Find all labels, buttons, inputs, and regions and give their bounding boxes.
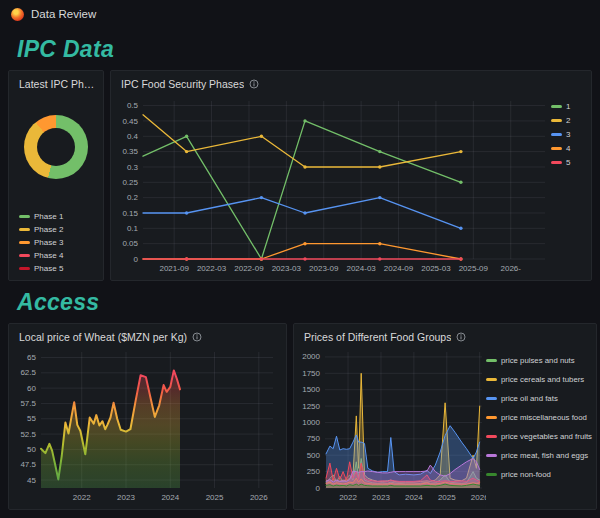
donut-hole	[37, 128, 75, 166]
legend-swatch	[551, 133, 562, 136]
ipc-phases-legend: 12345	[551, 93, 581, 277]
svg-text:57.5: 57.5	[20, 399, 36, 408]
svg-text:2023-03: 2023-03	[272, 264, 302, 273]
svg-text:2026: 2026	[250, 493, 268, 502]
svg-text:0.2: 0.2	[127, 193, 139, 202]
svg-text:2025-03: 2025-03	[421, 264, 451, 273]
panel-wheat-price: Local price of Wheat ($MZN per Kg) 4547.…	[8, 323, 287, 510]
panel-header: Local price of Wheat ($MZN per Kg)	[9, 324, 286, 344]
svg-text:1000: 1000	[302, 418, 320, 427]
svg-text:0.15: 0.15	[122, 209, 138, 218]
svg-text:2023-09: 2023-09	[309, 264, 339, 273]
legend-item[interactable]: Phase 3	[19, 238, 99, 247]
legend-item[interactable]: price oil and fats	[486, 394, 594, 403]
svg-text:500: 500	[307, 451, 321, 460]
svg-text:2025-09: 2025-09	[459, 264, 489, 273]
legend-item[interactable]: price cereals and tubers	[486, 375, 594, 384]
food-groups-legend: price pulses and nutsprice cereals and t…	[486, 346, 594, 506]
legend-item[interactable]: 4	[551, 144, 581, 153]
info-icon[interactable]	[456, 332, 466, 342]
legend-swatch	[19, 267, 30, 270]
svg-text:52.5: 52.5	[20, 430, 36, 439]
svg-text:55: 55	[27, 414, 36, 423]
panel-title[interactable]: Latest IPC Phase D...	[19, 78, 95, 90]
svg-text:2021-09: 2021-09	[159, 264, 189, 273]
svg-text:0.1: 0.1	[127, 224, 139, 233]
legend-item[interactable]: 3	[551, 130, 581, 139]
food-groups-area-chart[interactable]: 0250500750100012501500175020002022202320…	[298, 346, 486, 506]
legend-label: Phase 4	[34, 251, 63, 260]
row-ipc: Latest IPC Phase D... Phase 1Phase 2Phas…	[8, 70, 592, 281]
panel-title[interactable]: Local price of Wheat ($MZN per Kg)	[19, 331, 187, 343]
svg-text:2022-03: 2022-03	[197, 264, 227, 273]
panel-title[interactable]: Prices of Different Food Groups	[304, 331, 451, 343]
donut-legend: Phase 1Phase 2Phase 3Phase 4Phase 5	[19, 212, 99, 273]
legend-label: Phase 2	[34, 225, 63, 234]
legend-label: price miscellaneous food	[501, 413, 587, 422]
legend-swatch	[551, 161, 562, 164]
section-heading-ipc-data: IPC Data	[17, 36, 600, 63]
legend-swatch	[486, 416, 497, 419]
legend-label: price meat, fish and eggs	[501, 451, 588, 460]
info-icon[interactable]	[249, 79, 259, 89]
legend-item[interactable]: Phase 2	[19, 225, 63, 234]
legend-item[interactable]: price miscellaneous food	[486, 413, 594, 422]
ipc-phases-line-chart[interactable]: 00.050.10.150.20.250.30.350.40.450.52021…	[115, 93, 551, 277]
legend-label: price vegetables and fruits	[501, 432, 592, 441]
panel-food-group-prices: Prices of Different Food Groups 02505007…	[293, 323, 597, 510]
svg-text:2022: 2022	[73, 493, 91, 502]
panel-header: Prices of Different Food Groups	[294, 324, 596, 344]
legend-item[interactable]: 2	[551, 116, 581, 125]
legend-item[interactable]: Phase 4	[19, 251, 99, 260]
wheat-price-chart[interactable]: 4547.55052.55557.56062.56520222023202420…	[9, 344, 286, 506]
legend-swatch	[486, 359, 497, 362]
panel-ipc-food-security-phases: IPC Food Security Phases 00.050.10.150.2…	[110, 70, 592, 281]
legend-label: 2	[566, 116, 570, 125]
legend-swatch	[486, 473, 497, 476]
svg-text:45: 45	[27, 476, 36, 485]
legend-swatch	[486, 378, 497, 381]
svg-text:0: 0	[134, 255, 139, 264]
svg-text:0: 0	[316, 484, 321, 493]
legend-swatch	[486, 454, 497, 457]
legend-label: price non-food	[501, 470, 551, 479]
svg-text:1500: 1500	[302, 385, 320, 394]
svg-text:1250: 1250	[302, 402, 320, 411]
legend-item[interactable]: price non-food	[486, 470, 594, 479]
svg-text:50: 50	[27, 445, 36, 454]
chart-row: 0250500750100012501500175020002022202320…	[294, 344, 596, 506]
panel-title[interactable]: IPC Food Security Phases	[121, 78, 244, 90]
legend-label: Phase 1	[34, 212, 63, 221]
svg-text:2024: 2024	[405, 493, 423, 502]
legend-label: Phase 5	[34, 264, 63, 273]
svg-text:65: 65	[27, 353, 36, 362]
svg-text:60: 60	[27, 384, 36, 393]
legend-item[interactable]: price pulses and nuts	[486, 356, 594, 365]
svg-text:2022: 2022	[339, 493, 357, 502]
legend-swatch	[551, 119, 562, 122]
legend-swatch	[19, 254, 30, 257]
svg-text:2025: 2025	[438, 493, 456, 502]
svg-text:2022-09: 2022-09	[234, 264, 264, 273]
app-header: Data Review	[0, 0, 600, 28]
svg-text:47.5: 47.5	[20, 460, 36, 469]
panel-latest-ipc-phase: Latest IPC Phase D... Phase 1Phase 2Phas…	[8, 70, 104, 281]
legend-item[interactable]: price vegetables and fruits	[486, 432, 594, 441]
legend-swatch	[486, 397, 497, 400]
svg-text:250: 250	[307, 467, 321, 476]
legend-item[interactable]: Phase 5	[19, 264, 99, 273]
svg-text:2026: 2026	[471, 493, 486, 502]
legend-swatch	[551, 105, 562, 108]
legend-label: Phase 3	[34, 238, 63, 247]
legend-swatch	[19, 241, 30, 244]
legend-item[interactable]: Phase 1	[19, 212, 63, 221]
grafana-logo-icon[interactable]	[11, 8, 24, 21]
ipc-phase-donut-chart[interactable]	[24, 115, 88, 179]
legend-label: 3	[566, 130, 570, 139]
legend-swatch	[19, 215, 30, 218]
panel-header: IPC Food Security Phases	[111, 71, 591, 91]
info-icon[interactable]	[192, 332, 202, 342]
legend-item[interactable]: 1	[551, 102, 581, 111]
legend-item[interactable]: 5	[551, 158, 581, 167]
legend-item[interactable]: price meat, fish and eggs	[486, 451, 594, 460]
